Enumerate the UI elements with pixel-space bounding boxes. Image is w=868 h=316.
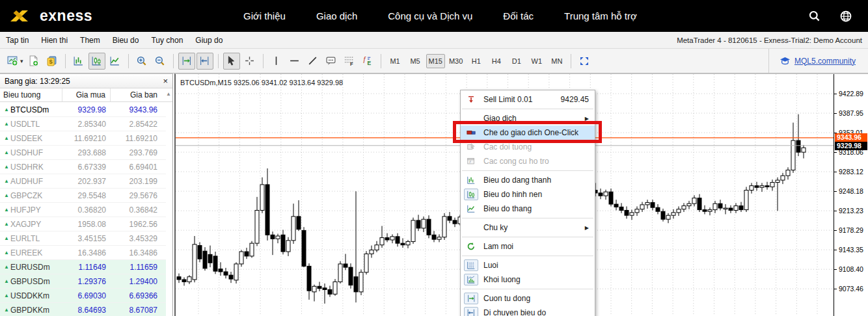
chart-shift-button[interactable] xyxy=(197,53,213,70)
text-bubble-icon xyxy=(325,55,336,66)
menu-hien-thi[interactable]: Hien thi xyxy=(41,36,68,45)
topbar-nav-gioi-thieu[interactable]: Giới thiệu xyxy=(243,10,286,21)
crosshair-tool-button[interactable] xyxy=(241,53,258,70)
mt4-exness-screen: exness Giới thiệuGiao dịchCông cụ và Dịc… xyxy=(0,0,868,316)
candle-body xyxy=(364,254,368,272)
trendline-tool-button[interactable] xyxy=(305,53,321,70)
column-header-symbol[interactable]: Bieu tuong xyxy=(0,88,62,101)
candle-body xyxy=(635,209,639,213)
indicators-button[interactable] xyxy=(359,53,376,70)
column-header-bid[interactable]: Gia mua xyxy=(62,88,111,101)
menu-tap-tin[interactable]: Tap tin xyxy=(6,36,29,45)
market-watch-row-audhuf[interactable]: ▲AUDHUF202.937203.199 xyxy=(0,174,166,189)
topbar-nav: Giới thiệuGiao dịchCông cụ và Dịch vụĐối… xyxy=(243,10,637,21)
price-up-arrow-icon: ▲ xyxy=(0,221,9,227)
menu-giup-do[interactable]: Giup do xyxy=(195,36,223,45)
topbar-nav-oi-tac[interactable]: Đối tác xyxy=(503,10,534,21)
timeframe-h4[interactable]: H4 xyxy=(487,54,506,68)
symbol-name: HUFJPY xyxy=(9,205,62,215)
context-menu-item-che-do-giao-dich-one-click[interactable]: Che do giao dich One-Click xyxy=(461,125,595,140)
context-menu-item-chu-ky[interactable]: Chu ky▶ xyxy=(461,220,595,235)
timeframe-m1[interactable]: M1 xyxy=(386,54,405,68)
market-watch-row-gbpusdm[interactable]: ▲GBPUSDm1.293761.29400 xyxy=(0,274,166,289)
market-watch-row-xagjpy[interactable]: ▲XAGJPY1958.081962.56 xyxy=(0,217,166,231)
timeframe-w1[interactable]: W1 xyxy=(527,54,546,68)
market-watch-row-eureek[interactable]: ▲EUREEK16.348616.3486 xyxy=(0,246,166,260)
timeframe-m15[interactable]: M15 xyxy=(426,54,445,68)
candle-body xyxy=(411,220,415,242)
auto-scroll-button[interactable] xyxy=(178,53,195,70)
scroll-up-icon[interactable]: ▲ xyxy=(166,91,171,97)
candle-body xyxy=(286,241,290,252)
candle-body xyxy=(640,205,644,209)
context-menu-item-bieu-do-thang[interactable]: Bieu do thang xyxy=(461,202,595,216)
market-watch-row-btcusdm[interactable]: ▲BTCUSDm9329.989343.96 xyxy=(0,103,166,117)
timeframe-h1[interactable]: H1 xyxy=(467,54,485,68)
line-chart-button[interactable] xyxy=(107,53,124,70)
exness-logo[interactable]: exness xyxy=(9,7,92,25)
cursor-tool-button[interactable] xyxy=(223,53,240,70)
topbar-nav-cong-cu-va-dich-vu[interactable]: Công cụ và Dịch vụ xyxy=(388,10,472,21)
candle-body xyxy=(401,243,405,245)
close-icon[interactable]: × xyxy=(163,77,168,85)
ask-value: 6.69366 xyxy=(111,291,163,300)
menu-icon-spacer xyxy=(464,112,478,124)
zoom-in-button[interactable] xyxy=(133,53,150,70)
market-watch-row-hufjpy[interactable]: ▲HUFJPY0.368200.36842 xyxy=(0,203,166,217)
zoom-out-button[interactable] xyxy=(152,53,169,70)
fibonacci-tool-button[interactable] xyxy=(341,53,358,70)
context-menu-item-di-chuyen-bieu-do[interactable]: Di chuyen bieu do xyxy=(461,306,595,316)
context-menu-item-sell-limit-0-01[interactable]: Sell Limit 0.019429.45 xyxy=(461,92,595,107)
context-menu-item-luoi[interactable]: Luoi xyxy=(461,258,595,272)
horizontal-line-tool-button[interactable] xyxy=(286,53,303,70)
vertical-line-tool-button[interactable] xyxy=(268,53,285,70)
mql5-community-link[interactable]: MQL5.community xyxy=(794,57,856,66)
market-watch-row-usdhuf[interactable]: ▲USDHUF293.688293.769 xyxy=(0,146,166,160)
candle-body xyxy=(302,230,306,266)
candle-body xyxy=(432,235,436,239)
market-watch-row-gbpczk[interactable]: ▲GBPCZK29.554829.5676 xyxy=(0,189,166,203)
context-menu-item-khoi-luong[interactable]: Khoi luong xyxy=(461,272,595,287)
new-page-button[interactable] xyxy=(25,53,42,70)
timeframe-m30[interactable]: M30 xyxy=(446,54,465,68)
price-axis-label: 9143.35 xyxy=(834,246,863,254)
context-menu-item-cuon-tu-dong[interactable]: Cuon tu dong xyxy=(461,291,595,306)
context-menu-item-lam-moi[interactable]: Lam moi xyxy=(461,239,595,254)
context-menu-item-bieu-do-dang-thanh[interactable]: Bieu do dang thanh xyxy=(461,173,595,187)
timeframe-m5[interactable]: M5 xyxy=(406,54,425,68)
new-order-button[interactable] xyxy=(44,53,61,70)
candle-body xyxy=(796,140,800,152)
market-watch-row-usdeek[interactable]: ▲USDEEK11.6921011.69210 xyxy=(0,131,166,146)
price-axis[interactable]: 9343.96 9329.98 9422.899387.959353.01931… xyxy=(834,74,868,316)
topbar-nav-giao-dich[interactable]: Giao dịch xyxy=(316,10,357,21)
timeframe-mn[interactable]: MN xyxy=(547,54,566,68)
context-menu-item-giao-dich[interactable]: Giao dich▶ xyxy=(461,111,595,125)
topbar-nav-trung-tam-ho-tro[interactable]: Trung tâm hỗ trợ xyxy=(564,10,637,21)
bar-chart-button[interactable] xyxy=(70,53,87,70)
market-watch-row-usdhrk[interactable]: ▲USDHRK6.673396.69401 xyxy=(0,160,166,174)
menu-item-label: Sell Limit 0.01 xyxy=(483,95,532,104)
new-chart-caret-icon[interactable]: ▾ xyxy=(20,58,23,64)
text-label-tool-button[interactable] xyxy=(323,53,340,70)
context-menu-item-bieu-do-hinh-nen[interactable]: Bieu do hinh nen xyxy=(461,187,595,202)
search-icon[interactable] xyxy=(808,10,821,22)
new-chart-button[interactable] xyxy=(4,53,21,70)
market-watch-row-usdltl[interactable]: ▲USDLTL2.853402.85422 xyxy=(0,117,166,131)
market-watch-row-usddkkm[interactable]: ▲USDDKKm6.690306.69366 xyxy=(0,289,166,303)
fullscreen-button[interactable] xyxy=(576,53,593,70)
candlestick-chart-button[interactable] xyxy=(88,53,105,70)
menu-bieu-do[interactable]: Bieu do xyxy=(113,36,139,45)
bid-value: 9329.98 xyxy=(62,105,111,114)
market-watch-row-gbpdkkm[interactable]: ▲GBPDKKm8.646938.67087 xyxy=(0,303,166,316)
market-watch-row-eurusdm[interactable]: ▲EURUSDm1.116491.11659 xyxy=(0,260,166,274)
menu-them[interactable]: Them xyxy=(80,36,100,45)
globe-language-icon[interactable] xyxy=(839,10,852,23)
timeframe-d1[interactable]: D1 xyxy=(507,54,526,68)
market-watch-row-eurltl[interactable]: ▲EURLTL3.451553.45329 xyxy=(0,231,166,246)
candle-body xyxy=(770,183,774,187)
candle-body xyxy=(698,198,701,210)
candle-body xyxy=(406,242,410,245)
candle-body xyxy=(307,266,311,291)
menu-tuy-chon[interactable]: Tuy chon xyxy=(151,36,183,45)
column-header-ask[interactable]: Gia ban xyxy=(111,90,163,99)
